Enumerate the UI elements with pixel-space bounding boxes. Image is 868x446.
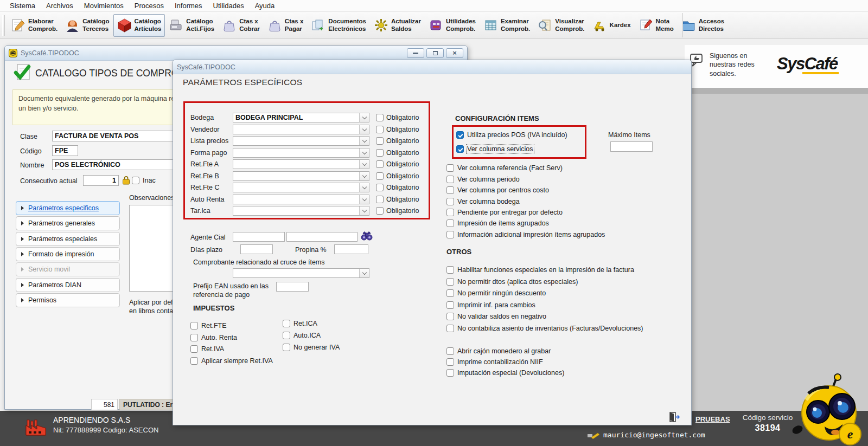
menu-archivos[interactable]: Archivos xyxy=(41,0,79,12)
nota-memo-button[interactable]: NotaMemo xyxy=(635,14,678,37)
obligatorio-checkbox[interactable] xyxy=(376,160,384,168)
ver-columna-centros-costo-checkbox[interactable] xyxy=(446,186,454,194)
obligatorio-checkbox[interactable] xyxy=(376,184,384,191)
chevron-down-icon[interactable] xyxy=(359,125,369,134)
propina-field[interactable] xyxy=(334,244,368,254)
utilidades-comprob-button[interactable]: UtilidadesComprob. xyxy=(425,14,480,37)
minimize-button[interactable] xyxy=(407,48,424,58)
obligatorio-checkbox[interactable] xyxy=(376,196,384,203)
info-adicional-agrupados-checkbox[interactable] xyxy=(446,231,454,238)
agente-cial-code-field[interactable] xyxy=(233,232,285,242)
sidebar-item-formato-impresion[interactable]: Formato de impresión xyxy=(16,247,120,261)
toolbar-grip[interactable] xyxy=(2,15,5,36)
close-button[interactable]: × xyxy=(446,48,463,58)
ret-iva-checkbox[interactable] xyxy=(190,345,198,353)
elaborar-comprob-button[interactable]: ElaborarComprob. xyxy=(7,14,61,37)
menu-procesos[interactable]: Procesos xyxy=(129,0,169,12)
impresion-items-agrupados-checkbox[interactable] xyxy=(446,219,454,227)
chevron-down-icon[interactable] xyxy=(359,160,369,169)
chevron-down-icon[interactable] xyxy=(359,137,369,145)
sidebar-item-permisos[interactable]: Permisos xyxy=(16,293,120,307)
pruebas-link[interactable]: PRUEBAS xyxy=(695,415,730,423)
window-titlebar[interactable]: SysCafé.TIPODOC × xyxy=(5,46,467,61)
sidebar-item-parametros-especiales[interactable]: Parámetros especiales xyxy=(16,232,120,246)
sidebar-item-parametros-especificos[interactable]: Parámetros especificos xyxy=(16,201,120,215)
chevron-down-icon[interactable] xyxy=(359,113,369,122)
menu-movimientos[interactable]: Movimientos xyxy=(79,0,129,12)
obligatorio-checkbox[interactable] xyxy=(376,126,384,133)
catalogo-terceros-button[interactable]: CatálogoTerceros xyxy=(61,14,113,37)
catalogo-actifijos-button[interactable]: CatálogoActi.Fijos xyxy=(165,14,218,37)
menu-utilidades[interactable]: Utilidades xyxy=(208,0,250,12)
obligatorio-checkbox[interactable] xyxy=(376,149,384,157)
no-permitir-dtos-checkbox[interactable] xyxy=(446,278,454,286)
obligatorio-checkbox[interactable] xyxy=(376,114,384,121)
ver-columna-referencia-checkbox[interactable] xyxy=(446,164,454,172)
dialog-titlebar[interactable]: SysCafé.TIPODOC xyxy=(173,60,691,74)
habilitar-funciones-checkbox[interactable] xyxy=(446,266,454,274)
ver-columna-servicios-checkbox[interactable] xyxy=(456,145,464,153)
no-generar-iva-checkbox[interactable] xyxy=(283,344,290,351)
ver-columna-bodega-checkbox[interactable] xyxy=(446,198,454,205)
chevron-down-icon[interactable] xyxy=(359,183,369,192)
menu-sistema[interactable]: Sistema xyxy=(4,0,41,12)
menu-ayuda[interactable]: Ayuda xyxy=(250,0,280,12)
examinar-comprob-button[interactable]: ExaminarComprob. xyxy=(480,14,534,37)
retfte-b-combobox[interactable] xyxy=(233,171,369,181)
chevron-down-icon[interactable] xyxy=(359,195,369,204)
kardex-button[interactable]: Kardex xyxy=(589,14,635,37)
tar-ica-combobox[interactable] xyxy=(233,206,369,216)
pendiente-entregar-checkbox[interactable] xyxy=(446,209,454,216)
menu-informes[interactable]: Informes xyxy=(169,0,208,12)
chevron-down-icon[interactable] xyxy=(359,148,369,157)
abrir-cajon-checkbox[interactable] xyxy=(446,347,454,355)
retfte-a-combobox[interactable] xyxy=(233,159,369,169)
ret-ica-checkbox[interactable] xyxy=(283,320,290,327)
imprime-niif-checkbox[interactable] xyxy=(446,358,454,366)
support-email[interactable]: mauricio@ingesoftnet.com xyxy=(603,431,705,439)
vendedor-combobox[interactable] xyxy=(233,125,369,134)
obligatorio-checkbox[interactable] xyxy=(376,172,384,180)
codigo-field[interactable]: FPE xyxy=(52,145,78,156)
visualizar-comprob-button[interactable]: VisualizarComprob. xyxy=(534,14,588,37)
auto-renta-checkbox[interactable] xyxy=(190,334,198,341)
ctas-x-cobrar-button[interactable]: Ctas xCobrar xyxy=(218,14,264,37)
maximize-button[interactable] xyxy=(426,48,444,58)
retfte-c-combobox[interactable] xyxy=(233,183,369,192)
aplicar-ret-iva-checkbox[interactable] xyxy=(190,357,198,365)
imprimir-inf-cambios-checkbox[interactable] xyxy=(446,301,454,309)
exit-door-icon[interactable] xyxy=(668,411,681,423)
documentos-electronicos-button[interactable]: DocumentosElectrónicos xyxy=(307,14,370,37)
prefijo-ean-field[interactable] xyxy=(276,282,309,292)
lista-precios-combobox[interactable] xyxy=(233,136,369,146)
imputacion-especial-checkbox[interactable] xyxy=(446,369,454,377)
sidebar-item-parametros-generales[interactable]: Parámetros generales xyxy=(16,216,120,230)
binoculars-search-icon[interactable] xyxy=(361,230,373,241)
maximo-items-field[interactable] xyxy=(610,141,653,152)
obligatorio-checkbox[interactable] xyxy=(376,207,384,215)
inactivo-checkbox[interactable] xyxy=(132,177,139,184)
bodega-combobox[interactable]: BODEGA PRINCIPAL xyxy=(233,113,369,122)
ctas-x-pagar-button[interactable]: Ctas xPagar xyxy=(264,14,308,37)
utiliza-precios-pos-checkbox[interactable] xyxy=(456,131,464,139)
accesos-directos-button[interactable]: AccesosDirectos xyxy=(678,14,728,37)
dias-plazo-field[interactable] xyxy=(240,244,273,254)
chevron-down-icon[interactable] xyxy=(359,269,369,277)
no-validar-saldos-checkbox[interactable] xyxy=(446,313,454,320)
comprobante-cruce-combobox[interactable] xyxy=(233,268,369,278)
forma-pago-combobox[interactable] xyxy=(233,148,369,158)
auto-ica-checkbox[interactable] xyxy=(283,332,290,339)
auto-renta-combobox[interactable] xyxy=(233,195,369,204)
sidebar-item-parametros-dian[interactable]: Parámetros DIAN xyxy=(16,278,120,292)
agente-cial-name-field[interactable] xyxy=(286,232,358,242)
obligatorio-checkbox[interactable] xyxy=(376,137,384,145)
ret-fte-checkbox[interactable] xyxy=(190,322,198,329)
no-contabiliza-asiento-checkbox[interactable] xyxy=(446,325,454,332)
chevron-down-icon[interactable] xyxy=(359,206,369,215)
chevron-down-icon[interactable] xyxy=(359,172,369,180)
catalogo-articulos-button[interactable]: CatálogoArtículos xyxy=(113,14,165,37)
ver-columna-periodo-checkbox[interactable] xyxy=(446,176,454,183)
no-permitir-descuento-checkbox[interactable] xyxy=(446,289,454,297)
consecutivo-field[interactable]: 1 xyxy=(83,175,119,186)
actualizar-saldos-button[interactable]: ActualizarSaldos xyxy=(370,14,425,37)
